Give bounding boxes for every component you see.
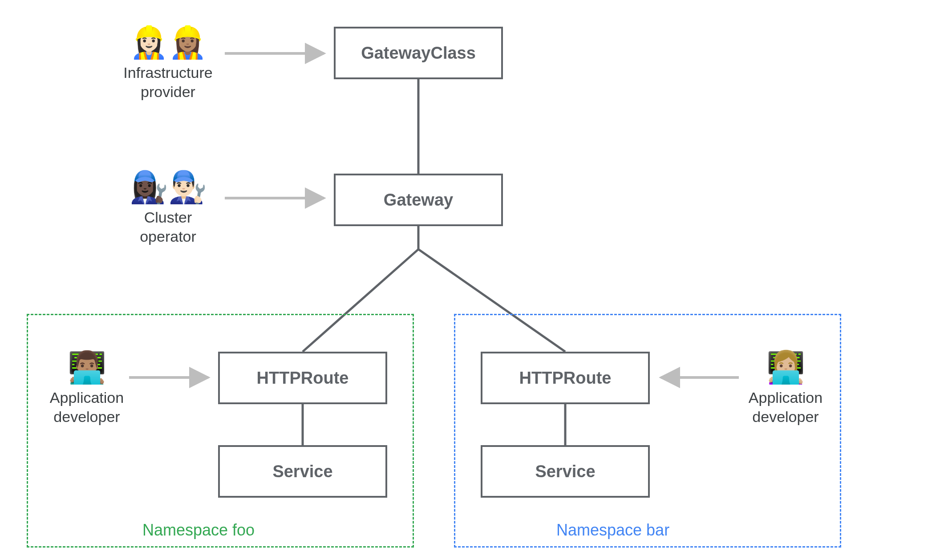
persona-appdev-left-label-2: developer [53, 408, 120, 425]
node-service-bar-label: Service [535, 462, 595, 481]
persona-appdev-left-label-1: Application [50, 389, 124, 406]
technologist-icon: 👩🏼‍💻 [743, 352, 828, 383]
diagram-canvas: Namespace foo Namespace bar GatewayClass… [0, 0, 940, 560]
persona-appdev-right-label-2: developer [752, 408, 818, 425]
node-gatewayclass: GatewayClass [334, 27, 503, 79]
node-service-foo: Service [218, 445, 387, 498]
technologist-icon: 👨🏽‍💻 [45, 352, 129, 383]
mechanic-icon: 👩🏿‍🔧👨🏻‍🔧 [118, 171, 218, 203]
node-gateway: Gateway [334, 174, 503, 226]
persona-infra-label-1: Infrastructure [123, 64, 212, 81]
node-httproute-foo-label: HTTPRoute [257, 369, 349, 388]
node-httproute-foo: HTTPRoute [218, 352, 387, 404]
persona-appdev-left: 👨🏽‍💻 Application developer [45, 352, 129, 426]
namespace-foo-label: Namespace foo [142, 521, 255, 540]
node-service-foo-label: Service [272, 462, 332, 481]
persona-cluster-label-2: operator [140, 228, 196, 245]
namespace-bar-label: Namespace bar [556, 521, 669, 540]
persona-appdev-right: 👩🏼‍💻 Application developer [743, 352, 828, 426]
persona-appdev-right-label-1: Application [749, 389, 822, 406]
node-service-bar: Service [481, 445, 650, 498]
persona-cluster-operator: 👩🏿‍🔧👨🏻‍🔧 Cluster operator [118, 171, 218, 246]
node-httproute-bar-label: HTTPRoute [519, 369, 612, 388]
namespace-foo-box [27, 314, 414, 548]
namespace-bar-box [454, 314, 841, 548]
node-gateway-label: Gateway [384, 191, 453, 210]
node-httproute-bar: HTTPRoute [481, 352, 650, 404]
persona-infrastructure-provider: 👷🏻‍♀️👷🏽‍♀️ Infrastructure provider [118, 27, 218, 101]
construction-worker-icon: 👷🏻‍♀️👷🏽‍♀️ [118, 27, 218, 58]
node-gatewayclass-label: GatewayClass [361, 44, 476, 63]
persona-infra-label-2: provider [141, 83, 195, 100]
persona-cluster-label-1: Cluster [144, 209, 192, 226]
